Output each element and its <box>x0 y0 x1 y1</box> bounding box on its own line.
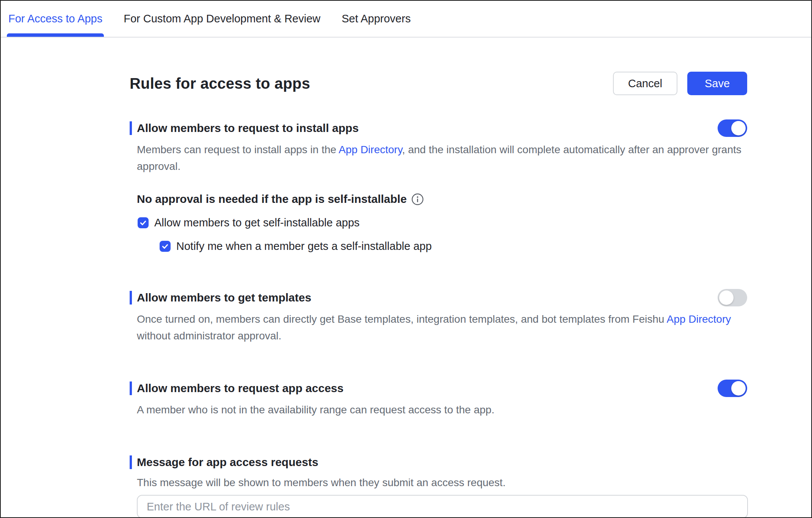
review-rules-url-input[interactable] <box>137 495 748 518</box>
section-title: Allow members to get templates <box>130 291 311 305</box>
checkmark-icon <box>139 219 147 227</box>
request-access-toggle[interactable] <box>718 380 747 397</box>
save-button[interactable]: Save <box>687 72 747 95</box>
section-title-row: Allow members to get templates <box>130 291 747 306</box>
subheading-text: No approval is needed if the app is self… <box>137 192 407 206</box>
section-title-row: Message for app access requests <box>130 455 747 469</box>
section-request-install-apps: Allow members to request to install apps… <box>130 121 747 253</box>
section-title: Allow members to request app access <box>130 381 343 395</box>
section-description: Once turned on, members can directly get… <box>137 311 747 344</box>
tab-label: For Custom App Development & Review <box>124 13 320 25</box>
notify-me-checkbox[interactable] <box>160 241 171 252</box>
checkbox-label: Allow members to get self-installable ap… <box>154 217 360 229</box>
toggle-knob <box>731 121 746 135</box>
section-access-request-message: Message for app access requests This mes… <box>130 455 747 518</box>
toggle-knob <box>719 290 734 305</box>
cancel-button[interactable]: Cancel <box>613 72 677 95</box>
tab-for-custom-app-development[interactable]: For Custom App Development & Review <box>124 1 320 37</box>
tab-set-approvers[interactable]: Set Approvers <box>342 1 411 37</box>
self-installable-heading: No approval is needed if the app is self… <box>137 192 747 206</box>
app-directory-link[interactable]: App Directory <box>667 313 731 325</box>
desc-text: without administrator approval. <box>137 330 281 342</box>
admin-settings-page: For Access to Apps For Custom App Develo… <box>0 0 812 518</box>
tab-label: Set Approvers <box>342 13 411 25</box>
get-templates-toggle[interactable] <box>718 289 747 306</box>
tab-bar: For Access to Apps For Custom App Develo… <box>1 1 811 38</box>
tab-for-access-to-apps[interactable]: For Access to Apps <box>8 1 102 37</box>
checkmark-icon <box>161 242 169 250</box>
checkbox-row-notify-me: Notify me when a member gets a self-inst… <box>160 239 747 253</box>
section-title: Allow members to request to install apps <box>130 121 359 135</box>
header-actions: Cancel Save <box>613 72 747 95</box>
request-install-toggle[interactable] <box>718 119 747 137</box>
main-content: Rules for access to apps Cancel Save All… <box>1 72 811 518</box>
section-title: Message for app access requests <box>130 455 318 469</box>
desc-text: Once turned on, members can directly get… <box>137 313 667 325</box>
desc-text: Members can request to install apps in t… <box>137 144 339 155</box>
section-get-templates: Allow members to get templates Once turn… <box>130 291 747 344</box>
section-description: A member who is not in the availability … <box>137 402 747 418</box>
toggle-knob <box>731 381 746 396</box>
section-description: This message will be shown to members wh… <box>137 474 747 491</box>
self-installable-checkbox[interactable] <box>138 217 149 228</box>
app-directory-link[interactable]: App Directory <box>339 144 402 155</box>
section-request-app-access: Allow members to request app access A me… <box>130 381 747 418</box>
section-title-row: Allow members to request to install apps <box>130 121 747 137</box>
checkbox-row-self-installable: Allow members to get self-installable ap… <box>138 216 747 229</box>
header-row: Rules for access to apps Cancel Save <box>130 72 747 95</box>
active-tab-indicator <box>7 33 104 37</box>
section-description: Members can request to install apps in t… <box>137 141 747 175</box>
section-title-row: Allow members to request app access <box>130 381 747 397</box>
tab-label: For Access to Apps <box>8 13 102 25</box>
checkbox-label: Notify me when a member gets a self-inst… <box>176 240 432 253</box>
page-title: Rules for access to apps <box>130 75 310 92</box>
info-icon[interactable] <box>411 193 424 206</box>
